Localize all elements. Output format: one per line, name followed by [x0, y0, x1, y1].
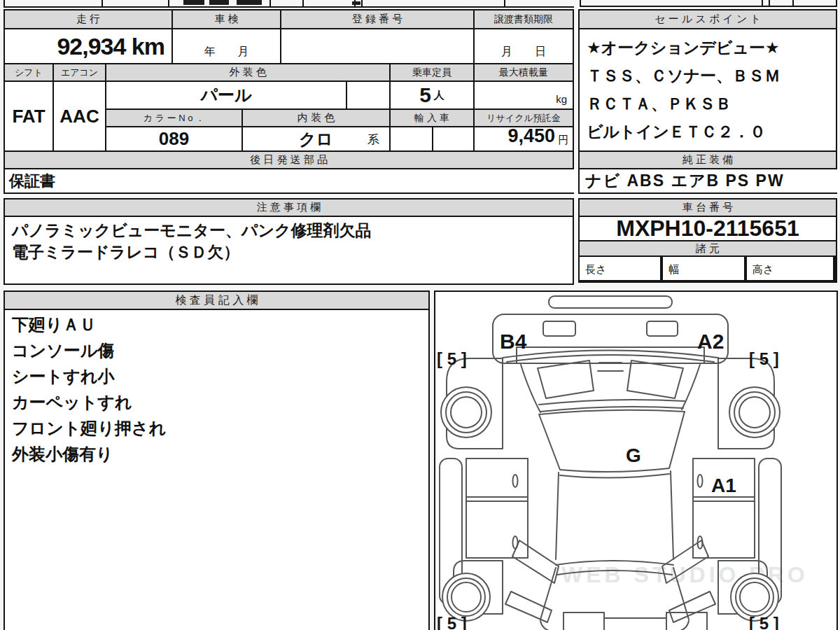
recycle-amount: 9,450 — [507, 127, 555, 147]
sales-points-box: セ ー ル ス ポ イ ン ト ★オークションデビュー★ ＴＳＳ、Ｃソナー、ＢＳ… — [578, 9, 837, 194]
grille-area — [647, 321, 678, 336]
tire-mark-rear-right: [ 5 ] — [749, 614, 779, 630]
inspector-line: カーペットすれ — [12, 389, 428, 415]
tire-mark-front-right: [ 5 ] — [749, 349, 779, 368]
aircon-value: AAC — [54, 82, 105, 150]
top-cutoff-row — [0, 0, 840, 8]
car-diagram-box: WEB STUDIO.PRO — [434, 290, 838, 630]
import-cell-right — [433, 127, 473, 150]
recycle-header: リサイクル預託金 — [475, 110, 573, 126]
capacity-unit: 人 — [434, 89, 444, 102]
registration-value — [281, 29, 473, 63]
damage-mark-a2: A2 — [697, 330, 724, 353]
sales-points-content: ★オークションデビュー★ ＴＳＳ、Ｃソナー、ＢＳＭ ＲＣＴＡ、ＰＫＳＢ ビルトイ… — [580, 29, 836, 150]
sales-points-header: セ ー ル ス ポ イ ン ト — [580, 10, 836, 28]
recycle-value: 9,450 円 — [475, 127, 573, 150]
caution-line: 電子ミラードラレコ（ＳＤ欠） — [12, 241, 573, 263]
roof-spoiler-bar — [549, 296, 672, 308]
import-cell-left — [391, 127, 432, 150]
max-load-value: kg — [475, 82, 573, 108]
max-load-header: 最大積載量 — [475, 64, 573, 80]
color-no-header: カ ラ ー N o ． — [106, 110, 241, 126]
door-handle — [698, 475, 703, 487]
car-damage-diagram: WEB STUDIO.PRO — [435, 292, 836, 630]
headlight-right — [627, 360, 683, 398]
capacity-header: 乗車定員 — [391, 64, 473, 80]
door-handle — [513, 475, 518, 487]
inspector-notes-box: 検 査 員 記 入 欄 下廻りＡＵ コンソール傷 シートすれ小 カーペットすれ … — [4, 290, 430, 630]
headlight-left — [538, 360, 594, 398]
damage-mark-b4: B4 — [500, 330, 527, 353]
inspection-date-value: 年 月 — [173, 29, 280, 63]
interior-color-value: クロ 系 — [243, 127, 389, 150]
inspector-notes-content: 下廻りＡＵ コンソール傷 シートすれ小 カーペットすれ フロント廻り押され 外装… — [5, 310, 428, 630]
front-bumper — [493, 314, 728, 363]
inspector-line: シートすれ小 — [12, 363, 428, 389]
spec-height-label: 高さ — [747, 257, 833, 280]
sales-point-line: ＴＳＳ、Ｃソナー、ＢＳＭ — [587, 62, 836, 90]
inspector-line: 外装小傷有り — [12, 441, 428, 467]
shift-value: FAT — [5, 82, 52, 150]
caution-notes-box: 注 意 事 項 欄 パノラミックビューモニター、パンク修理剤欠品 電子ミラードラ… — [4, 198, 574, 285]
inspector-notes-header: 検 査 員 記 入 欄 — [5, 292, 428, 309]
equipment-header: 純 正 装 備 — [580, 152, 836, 168]
quarter-panel-left — [512, 540, 559, 583]
exterior-color-value: パール — [106, 82, 346, 108]
tire-mark-rear-left: [ 5 ] — [437, 614, 467, 630]
transfer-deadline-value: 月 日 — [475, 29, 573, 63]
sales-point-line: ビルトインＥＴＣ２．０ — [587, 118, 836, 146]
windshield — [539, 410, 685, 472]
import-header: 輸 入 車 — [391, 110, 473, 126]
aircon-header: エアコン — [54, 64, 105, 80]
exterior-color-spare-cell — [347, 82, 389, 108]
equipment-value: ナビ ABS エアB PS PW — [580, 169, 840, 192]
inspector-line: フロント廻り押され — [12, 415, 428, 441]
capacity-value: 5 人 — [391, 82, 473, 108]
caution-notes-content: パノラミックビューモニター、パンク修理剤欠品 電子ミラードラレコ（ＳＤ欠） — [5, 217, 573, 284]
taillight-left — [564, 612, 604, 630]
sales-point-line: ★オークションデビュー★ — [587, 34, 836, 62]
interior-color-suffix: 系 — [368, 132, 379, 148]
sales-point-line: ＲＣＴＡ、ＰＫＳＢ — [587, 90, 836, 118]
inspection-header: 車 検 — [173, 10, 280, 28]
caution-line: パノラミックビューモニター、パンク修理剤欠品 — [12, 220, 573, 241]
shift-header: シフト — [5, 64, 52, 80]
exterior-color-header: 外 装 色 — [106, 64, 389, 80]
chassis-value: MXPH10-2115651 — [580, 217, 836, 240]
wheel-front-left — [441, 387, 491, 438]
mileage-value: 92,934 km — [5, 29, 172, 63]
tire-mark-front-left: [ 5 ] — [437, 349, 467, 368]
interior-color-header: 内 装 色 — [243, 110, 389, 126]
vehicle-table: 走 行 車 検 登 録 番 号 譲渡書類期限 92,934 km 年 月 月 日… — [4, 9, 574, 194]
interior-color-text: クロ — [299, 128, 333, 150]
later-parts-header: 後 日 発 送 部 品 — [5, 152, 573, 168]
mileage-header: 走 行 — [5, 10, 172, 28]
damage-mark-a1: A1 — [711, 475, 736, 496]
specs-header: 諸 元 — [580, 241, 836, 255]
chassis-header: 車 台 番 号 — [580, 200, 836, 216]
recycle-unit: 円 — [558, 134, 568, 147]
spec-width-label: 幅 — [663, 257, 744, 280]
caution-notes-header: 注 意 事 項 欄 — [5, 200, 573, 216]
transfer-deadline-header: 譲渡書類期限 — [475, 10, 573, 28]
inspector-line: コンソール傷 — [12, 337, 428, 363]
chassis-box: 車 台 番 号 MXPH10-2115651 諸 元 長さ 幅 高さ — [578, 198, 837, 283]
color-no-value: 089 — [106, 127, 241, 150]
damage-mark-g: G — [626, 444, 641, 466]
license-plate-area — [543, 321, 575, 336]
wheel-front-right — [729, 387, 780, 438]
spec-length-label: 長さ — [580, 257, 660, 280]
inspector-line: 下廻りＡＵ — [12, 312, 428, 337]
auction-sheet: 走 行 車 検 登 録 番 号 譲渡書類期限 92,934 km 年 月 月 日… — [0, 0, 840, 630]
capacity-number: 5 — [419, 83, 431, 107]
registration-header: 登 録 番 号 — [281, 10, 473, 28]
later-parts-value: 保証書 — [5, 169, 577, 192]
